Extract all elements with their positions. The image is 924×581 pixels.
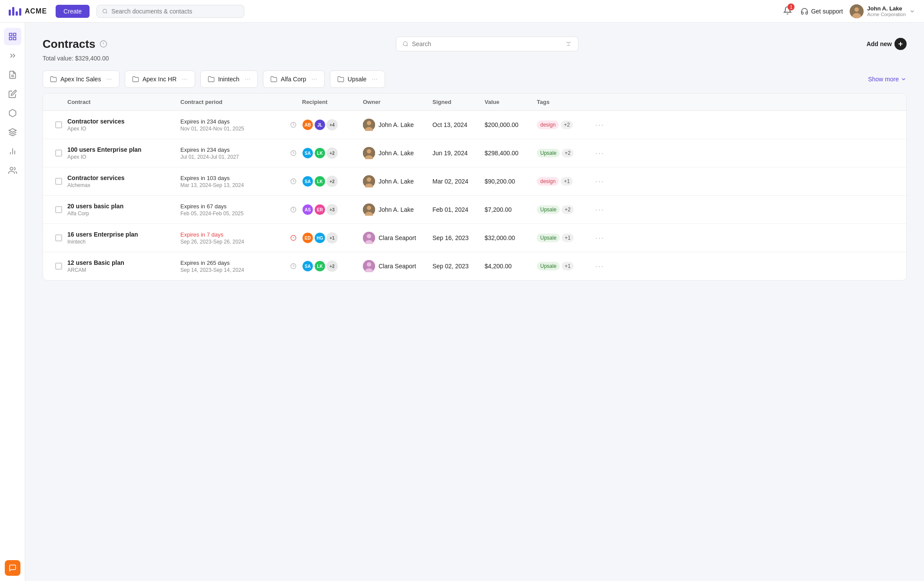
folder-icon-4 [337,76,344,83]
owner-avatar-1 [363,147,375,159]
row-checkbox-3[interactable] [50,206,67,213]
svg-point-3 [854,7,859,12]
contract-sub-5: ARCAM [67,267,180,273]
tag-more-5: +1 [562,262,574,270]
svg-line-1 [106,12,107,13]
sidebar-item-contacts[interactable] [4,162,21,179]
period-main-0: Expires in 234 days [180,118,285,125]
row-more-1[interactable]: ··· [589,149,611,158]
row-checkbox-0[interactable] [50,121,67,128]
folder-more-4[interactable]: ··· [372,75,377,83]
info-icon[interactable] [100,40,107,48]
recipient-avatar: SA [302,260,313,272]
row-more-0[interactable]: ··· [589,120,611,130]
sidebar-item-arrows[interactable] [4,47,21,64]
sidebar-item-chart[interactable] [4,143,21,160]
contract-sub-3: Alfa Corp [67,210,180,217]
row-clock-3 [285,207,302,213]
row-checkbox-2[interactable] [50,178,67,185]
period-urgent-4: Expires in 7 days [180,231,285,238]
owner-name-0: John A. Lake [379,121,414,128]
svg-point-0 [103,9,107,13]
tag-5: Upsale [537,262,560,270]
row-more-2[interactable]: ··· [589,177,611,186]
clock-icon [290,122,296,128]
support-button[interactable]: Get support [801,7,843,15]
main-content: Contracts Add new + Total value: $329,40… [25,23,924,581]
table-row: 100 users Enterprise plan Apex IO Expire… [43,139,906,167]
user-avatar [850,4,864,18]
row-checkbox-5[interactable] [50,263,67,270]
logo-bar-4 [19,8,21,16]
folder-tab-2[interactable]: Inintech ··· [200,70,258,88]
row-period-4: Expires in 7 days Sep 26, 2023-Sep 26, 2… [180,231,285,245]
main-search[interactable] [396,37,578,51]
chat-button[interactable] [5,560,20,576]
folder-tab-1[interactable]: Apex Inc HR ··· [125,70,195,88]
sidebar-item-documents[interactable] [4,66,21,83]
folder-more-0[interactable]: ··· [106,75,112,83]
nav-search[interactable] [96,5,244,18]
folder-more-2[interactable]: ··· [245,75,250,83]
notification-button[interactable]: 1 [781,4,794,18]
table-header: Contract Contract period Recipient Owner… [43,93,906,111]
row-signed-5: Sep 02, 2023 [432,263,485,270]
row-owner-4: Clara Seaport [363,232,432,244]
folder-name-2: Inintech [218,76,239,83]
user-info: John A. Lake Acme Corporation [867,5,906,17]
row-tags-5: Upsale +1 [537,262,589,270]
folder-more-1[interactable]: ··· [182,75,187,83]
row-checkbox-4[interactable] [50,234,67,241]
row-contract-5: 12 users Basic plan ARCAM [67,259,180,273]
page-header: Contracts Add new + [43,37,907,51]
logo-text: ACME [25,7,47,15]
row-more-3[interactable]: ··· [589,205,611,214]
nav-right: 1 Get support John A. Lake Acme Corporat… [781,4,915,18]
folder-tabs: Apex Inc Sales ··· Apex Inc HR ··· Inint… [43,70,907,88]
chevron-down-icon [909,8,915,14]
folder-tab-0[interactable]: Apex Inc Sales ··· [43,70,120,88]
row-owner-5: Clara Seaport [363,260,432,272]
row-checkbox-1[interactable] [50,150,67,157]
svg-point-30 [367,149,371,154]
search-icon [102,8,108,14]
user-section[interactable]: John A. Lake Acme Corporation [850,4,915,18]
row-recipient-5: SA LK +2 [302,260,363,272]
create-button[interactable]: Create [56,5,90,18]
sidebar-item-cube[interactable] [4,104,21,122]
folder-tab-4[interactable]: Upsale ··· [330,70,385,88]
sidebar-item-dashboard[interactable] [4,28,21,45]
add-new-button[interactable]: Add new + [867,38,907,50]
main-search-input[interactable] [412,40,562,47]
period-dates-3: Feb 05, 2024-Feb 05, 2025 [180,210,285,217]
sidebar-item-edit[interactable] [4,85,21,103]
sidebar-item-layers[interactable] [4,124,21,141]
header-value: Value [485,99,537,105]
row-recipient-3: AS ER +3 [302,204,363,215]
owner-avatar-4 [363,232,375,244]
nav-search-input[interactable] [111,8,239,15]
recipient-more: +4 [326,119,338,130]
row-more-4[interactable]: ··· [589,234,611,243]
folder-more-3[interactable]: ··· [311,75,317,83]
folder-icon-1 [132,76,139,83]
row-clock-0 [285,122,302,128]
row-period-3: Expires in 67 days Feb 05, 2024-Feb 05, … [180,203,285,217]
row-period-1: Expires in 234 days Jul 01, 2024-Jul 01,… [180,147,285,160]
row-tags-4: Upsale +1 [537,234,589,242]
folder-icon [50,76,57,83]
svg-rect-8 [13,37,16,40]
row-tags-1: Upsale +2 [537,149,589,157]
filter-icon[interactable] [565,40,572,47]
row-contract-4: 16 users Enterprise plan Inintech [67,231,180,245]
period-dates-4: Sep 26, 2023-Sep 26, 2024 [180,239,285,245]
show-more-button[interactable]: Show more [868,76,907,83]
header-owner: Owner [363,99,432,105]
table-row: 16 users Enterprise plan Inintech Expire… [43,224,906,252]
row-more-5[interactable]: ··· [589,262,611,271]
row-period-5: Expires in 265 days Sep 14, 2023-Sep 14,… [180,260,285,273]
folder-tab-3[interactable]: Alfa Corp ··· [263,70,325,88]
tag-1: Upsale [537,149,560,157]
period-dates-2: Mar 13, 2024-Sep 13, 2024 [180,182,285,188]
sidebar-bottom [5,560,20,576]
